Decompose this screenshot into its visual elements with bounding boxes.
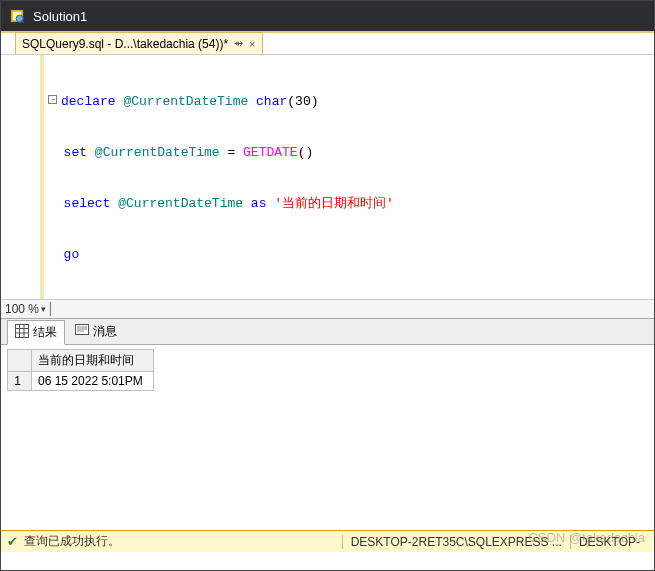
row-header-blank[interactable] [8, 350, 32, 372]
editor-gutter [1, 55, 41, 299]
app-icon [9, 8, 25, 24]
tab-messages[interactable]: 消息 [67, 319, 125, 344]
results-table: 当前的日期和时间 1 06 15 2022 5:01PM [7, 349, 154, 391]
results-tab-strip: 结果 消息 [1, 319, 654, 345]
window-title: Solution1 [33, 9, 87, 24]
svg-line-3 [21, 20, 24, 23]
divider-icon: ▏ [50, 302, 59, 316]
zoom-level[interactable]: 100 % [5, 302, 39, 316]
success-icon: ✔ [7, 534, 18, 549]
svg-rect-4 [16, 325, 29, 338]
pin-icon[interactable]: ⇴ [234, 37, 243, 50]
editor-area: declare @CurrentDateTime char(30) set @C… [1, 55, 654, 299]
status-server: DESKTOP-2RET35C\SQLEXPRESS ... [342, 535, 570, 549]
table-header-row: 当前的日期和时间 [8, 350, 154, 372]
close-icon[interactable]: × [249, 38, 255, 50]
outline-toggle-icon[interactable] [48, 95, 57, 104]
table-row[interactable]: 1 06 15 2022 5:01PM [8, 372, 154, 391]
document-tab[interactable]: SQLQuery9.sql - D...\takedachia (54))* ⇴… [15, 32, 263, 54]
sql-editor[interactable]: declare @CurrentDateTime char(30) set @C… [41, 55, 654, 299]
status-bar: ✔ 查询已成功执行。 DESKTOP-2RET35C\SQLEXPRESS ..… [1, 530, 654, 552]
chevron-down-icon[interactable]: ▾ [41, 304, 46, 314]
zoom-bar: 100 % ▾ ▏ [1, 299, 654, 319]
row-index[interactable]: 1 [8, 372, 32, 391]
title-bar: Solution1 [1, 1, 654, 31]
status-extra: DESKTOP- [570, 535, 648, 549]
cell-value[interactable]: 06 15 2022 5:01PM [32, 372, 154, 391]
tab-results[interactable]: 结果 [7, 320, 65, 345]
tab-messages-label: 消息 [93, 323, 117, 340]
results-pane: 当前的日期和时间 1 06 15 2022 5:01PM [1, 345, 654, 530]
document-tab-strip: SQLQuery9.sql - D...\takedachia (54))* ⇴… [1, 31, 654, 55]
message-icon [75, 323, 89, 340]
column-header[interactable]: 当前的日期和时间 [32, 350, 154, 372]
grid-icon [15, 324, 29, 341]
tab-results-label: 结果 [33, 324, 57, 341]
status-message: 查询已成功执行。 [24, 533, 120, 550]
document-tab-label: SQLQuery9.sql - D...\takedachia (54))* [22, 37, 228, 51]
